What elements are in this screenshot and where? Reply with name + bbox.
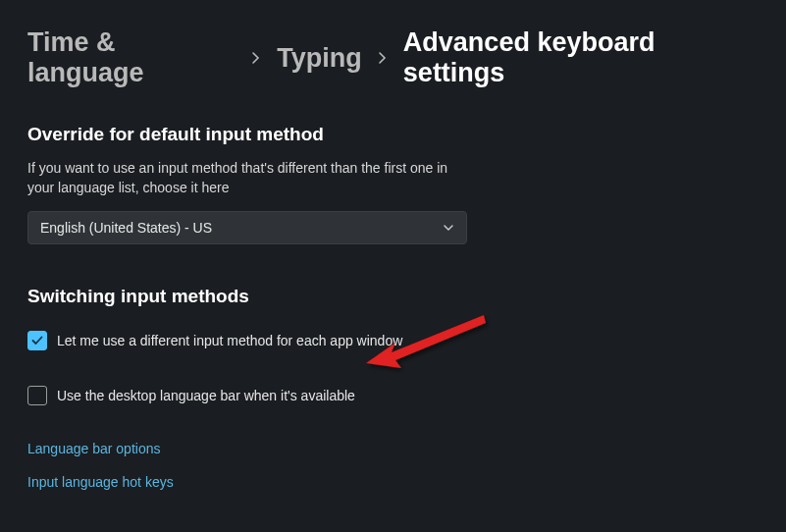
link-language-bar-options[interactable]: Language bar options [27, 441, 759, 456]
link-input-language-hotkeys[interactable]: Input language hot keys [27, 474, 759, 490]
breadcrumb-time-language[interactable]: Time & language [27, 27, 236, 88]
breadcrumb-current: Advanced keyboard settings [403, 27, 759, 88]
section-title-switching: Switching input methods [27, 286, 759, 307]
breadcrumb: Time & language Typing Advanced keyboard… [27, 27, 759, 88]
dropdown-value: English (United States) - US [40, 220, 212, 236]
breadcrumb-typing[interactable]: Typing [277, 43, 361, 74]
section-description: If you want to use an input method that'… [27, 159, 469, 197]
chevron-down-icon [443, 224, 454, 232]
checkbox-per-app-input[interactable] [27, 331, 47, 350]
input-method-dropdown[interactable]: English (United States) - US [27, 211, 467, 244]
checkbox-label: Use the desktop language bar when it's a… [57, 388, 355, 403]
checkbox-label: Let me use a different input method for … [57, 333, 402, 348]
checkbox-row-per-app: Let me use a different input method for … [27, 331, 759, 350]
chevron-right-icon [378, 51, 388, 65]
chevron-right-icon [251, 51, 261, 65]
section-title-override: Override for default input method [27, 124, 759, 145]
checkbox-row-language-bar: Use the desktop language bar when it's a… [27, 386, 759, 405]
checkbox-desktop-language-bar[interactable] [27, 386, 47, 405]
